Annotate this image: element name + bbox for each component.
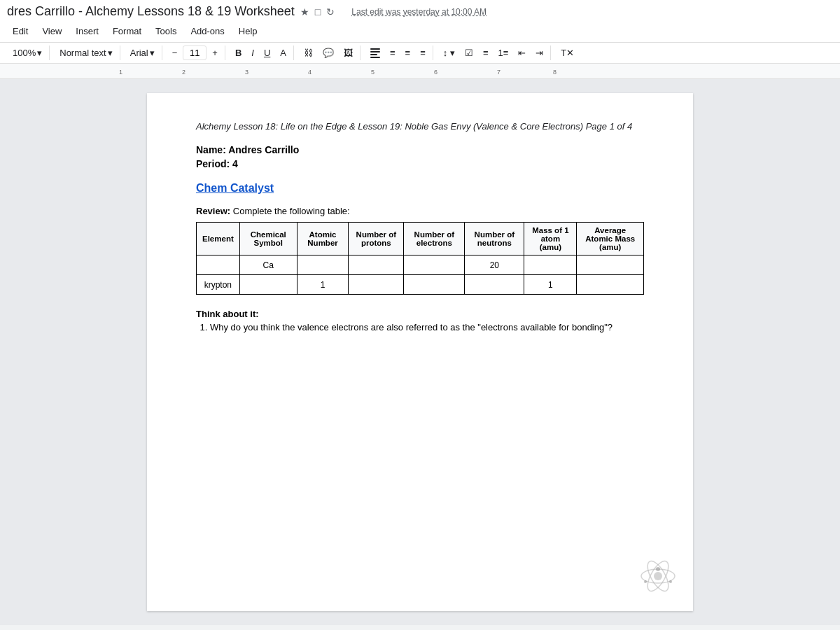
menu-insert[interactable]: Insert [70,23,104,39]
comment-button[interactable]: 💬 [318,46,338,60]
font-size-plus[interactable]: + [208,46,222,60]
col-header-atomic-num: Atomic Number [297,223,349,255]
row2-electrons [404,275,465,295]
corner-decoration [637,555,679,597]
col-header-mass1: Mass of 1 atom (amu) [524,223,577,255]
think-item-1: Why do you think the valence electrons a… [210,322,644,332]
checklist-button[interactable]: ☑ [461,46,477,60]
menu-edit[interactable]: Edit [7,23,34,39]
font-group: Arial ▾ [123,46,162,60]
align-left-button[interactable] [366,46,384,60]
col-header-electrons: Number of electrons [404,223,465,255]
star-icon[interactable]: ★ [300,6,309,18]
col-header-protons: Number of protons [349,223,404,255]
indent-increase-button[interactable]: ⇥ [531,46,547,60]
font-size-group: − + [165,46,225,60]
row2-element: krypton [197,275,240,295]
table-header-row: Element Chemical Symbol Atomic Number Nu… [197,223,644,255]
font-size-minus[interactable]: − [168,46,182,60]
svg-point-4 [656,567,660,571]
col-header-avg-mass: Average Atomic Mass (amu) [577,223,644,255]
ruler-mark-4: 4 [308,69,312,76]
document-area: Alchemy Lesson 18: Life on the Edge & Le… [0,79,840,625]
col-header-symbol: Chemical Symbol [239,223,297,255]
font-size-input[interactable] [183,46,206,60]
svg-point-6 [644,580,647,583]
table-row: krypton 1 1 [197,275,644,295]
font-selector[interactable]: Arial ▾ [126,46,159,60]
row2-mass1: 1 [524,275,577,295]
row2-neutrons [465,275,524,295]
title-row: dres Carrillo - Alchemy Lessons 18 & 19 … [7,4,833,19]
row1-symbol: Ca [239,255,297,275]
svg-point-0 [654,572,662,580]
spacing-group: ↕ ▾ ☑ ≡ 1≡ ⇤ ⇥ [436,46,552,60]
section-title[interactable]: Chem Catalyst [196,182,644,195]
bold-button[interactable]: B [231,46,246,60]
numbered-list-button[interactable]: 1≡ [494,46,513,60]
review-text: Complete the following table: [233,206,350,216]
ruler-mark-6: 6 [434,69,438,76]
row1-mass1 [524,255,577,275]
menu-addons[interactable]: Add-ons [185,23,230,39]
justify-button[interactable]: ≡ [416,46,430,60]
svg-point-5 [669,580,672,583]
bullet-list-button[interactable]: ≡ [479,46,493,60]
text-style-selector[interactable]: Normal text ▾ [55,46,116,60]
row1-avg-mass [577,255,644,275]
menu-tools[interactable]: Tools [150,23,182,39]
align-center-button[interactable]: ≡ [386,46,400,60]
student-period: Period: 4 [196,158,644,169]
row2-atomic-num: 1 [297,275,349,295]
link-group: ⛓ 💬 🖼 [297,46,360,60]
row1-neutrons: 20 [465,255,524,275]
indent-decrease-button[interactable]: ⇤ [514,46,530,60]
student-name: Name: Andres Carrillo [196,144,644,155]
font-color-button[interactable]: A [276,46,290,60]
row1-element [197,255,240,275]
review-bold: Review: [196,206,230,216]
italic-button[interactable]: I [247,46,258,60]
align-group: ≡ ≡ ≡ [363,46,433,60]
think-section: Think about it: Why do you think the val… [196,309,644,332]
row2-symbol [239,275,297,295]
toolbar: 100% ▾ Normal text ▾ Arial ▾ − + B I U A… [0,43,840,64]
think-title: Think about it: [196,309,259,319]
element-table: Element Chemical Symbol Atomic Number Nu… [196,222,644,295]
image-button[interactable]: 🖼 [340,46,357,60]
ruler-marks: 1 2 3 4 5 6 7 8 [91,64,840,78]
line-spacing-button[interactable]: ↕ ▾ [439,46,459,60]
ruler-mark-8: 8 [553,69,556,76]
row1-electrons [404,255,465,275]
col-header-neutrons: Number of neutrons [465,223,524,255]
doc-header-text: Alchemy Lesson 18: Life on the Edge & Le… [196,121,644,132]
clear-format-button[interactable]: T✕ [556,46,578,60]
ruler-mark-7: 7 [497,69,500,76]
ruler-mark-5: 5 [371,69,374,76]
last-edit-label: Last edit was yesterday at 10:00 AM [351,7,486,17]
underline-button[interactable]: U [260,46,274,60]
doc-icon[interactable]: □ [315,6,321,18]
document-title[interactable]: dres Carrillo - Alchemy Lessons 18 & 19 … [7,4,295,19]
menu-help[interactable]: Help [233,23,263,39]
ruler: 1 2 3 4 5 6 7 8 [0,64,840,79]
ruler-mark-2: 2 [182,69,186,76]
align-right-button[interactable]: ≡ [401,46,415,60]
row2-avg-mass [577,275,644,295]
ruler-mark-3: 3 [245,69,248,76]
format-group: B I U A [228,46,294,60]
text-style-group: Normal text ▾ [52,46,120,60]
col-header-element: Element [197,223,240,255]
menu-format[interactable]: Format [107,23,147,39]
menu-bar: Edit View Insert Format Tools Add-ons He… [7,22,833,42]
row1-protons [349,255,404,275]
table-row: Ca 20 [197,255,644,275]
menu-view[interactable]: View [36,23,67,39]
refresh-icon[interactable]: ↻ [326,6,335,18]
row2-protons [349,275,404,295]
zoom-selector[interactable]: 100% ▾ [8,46,46,60]
clear-format-group: T✕ [554,46,581,60]
document-page[interactable]: Alchemy Lesson 18: Life on the Edge & Le… [147,93,693,611]
link-button[interactable]: ⛓ [300,46,317,60]
zoom-group: 100% ▾ [6,46,50,60]
